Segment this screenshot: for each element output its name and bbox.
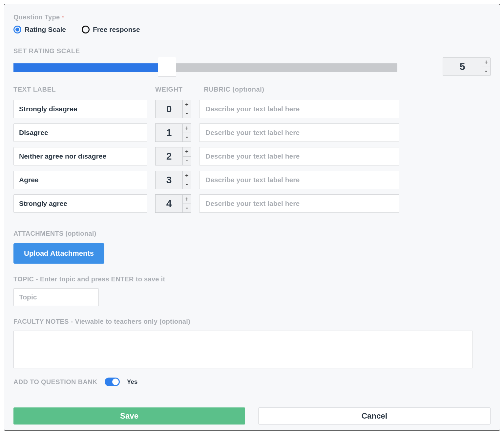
slider-fill [13, 63, 158, 72]
rubric-input[interactable] [199, 171, 399, 189]
text-label-input[interactable] [13, 147, 147, 165]
topic-label: TOPIC - Enter topic and press ENTER to s… [13, 275, 491, 283]
weight-decrement[interactable]: - [183, 180, 191, 189]
upload-attachments-button[interactable]: Upload Attachments [13, 243, 104, 264]
weight-stepper[interactable]: 1 + - [155, 123, 191, 142]
weight-increment[interactable]: + [183, 124, 191, 133]
weight-value: 1 [156, 124, 182, 142]
rubric-input[interactable] [199, 194, 399, 213]
weight-value: 2 [156, 147, 182, 165]
cancel-button[interactable]: Cancel [258, 407, 491, 425]
add-bank-toggle[interactable] [105, 378, 120, 386]
radio-selected-icon [13, 26, 21, 33]
weight-value: 3 [156, 171, 182, 189]
weight-stepper[interactable]: 4 + - [155, 194, 191, 213]
weight-increment[interactable]: + [183, 171, 191, 180]
text-label-input[interactable] [13, 123, 147, 142]
faculty-notes-label: FACULTY NOTES - Viewable to teachers onl… [13, 318, 491, 325]
text-label-input[interactable] [13, 171, 147, 189]
rubric-input[interactable] [199, 123, 399, 142]
weight-increment[interactable]: + [183, 195, 191, 204]
weight-stepper[interactable]: 2 + - [155, 147, 191, 165]
weight-increment[interactable]: + [183, 147, 191, 156]
scale-increment[interactable]: + [482, 58, 490, 67]
text-label-input[interactable] [13, 194, 147, 213]
slider-thumb[interactable] [158, 57, 176, 76]
question-type-label: Question Type [13, 13, 60, 21]
weight-value: 4 [156, 195, 182, 212]
rubric-input[interactable] [199, 147, 399, 165]
weight-increment[interactable]: + [183, 100, 191, 109]
weight-value: 0 [156, 100, 182, 118]
col-header-text-label: TEXT LABEL [13, 86, 147, 93]
weight-stepper[interactable]: 0 + - [155, 100, 191, 118]
add-bank-value: Yes [127, 378, 138, 385]
weight-decrement[interactable]: - [183, 156, 191, 165]
weight-decrement[interactable]: - [183, 133, 191, 142]
radio-free-response-label: Free response [93, 26, 140, 33]
add-bank-label: ADD TO QUESTION BANK [13, 378, 97, 386]
rating-scale-value: 5 [443, 58, 482, 76]
weight-stepper[interactable]: 3 + - [155, 171, 191, 189]
radio-unselected-icon [82, 26, 90, 33]
col-header-weight: WEIGHT [155, 86, 191, 93]
toggle-knob [112, 379, 119, 385]
save-button[interactable]: Save [13, 407, 245, 425]
rubric-input[interactable] [199, 100, 399, 118]
rating-scale-slider[interactable] [13, 63, 397, 72]
set-rating-scale-label: SET RATING SCALE [13, 47, 491, 55]
topic-input[interactable] [13, 288, 99, 306]
weight-decrement[interactable]: - [183, 109, 191, 118]
radio-free-response[interactable]: Free response [82, 26, 140, 33]
col-header-rubric: RUBRIC (optional) [199, 86, 399, 93]
scale-decrement[interactable]: - [482, 67, 490, 76]
text-label-input[interactable] [13, 100, 147, 118]
radio-rating-scale-label: Rating Scale [25, 26, 66, 33]
question-editor-panel: Question Type * Rating Scale Free respon… [4, 4, 500, 431]
weight-decrement[interactable]: - [183, 204, 191, 213]
faculty-notes-textarea[interactable] [13, 331, 473, 368]
attachments-label: ATTACHMENTS (optional) [13, 230, 491, 237]
radio-rating-scale[interactable]: Rating Scale [13, 26, 66, 33]
required-star: * [62, 15, 64, 20]
rating-scale-stepper[interactable]: 5 + - [443, 57, 491, 76]
